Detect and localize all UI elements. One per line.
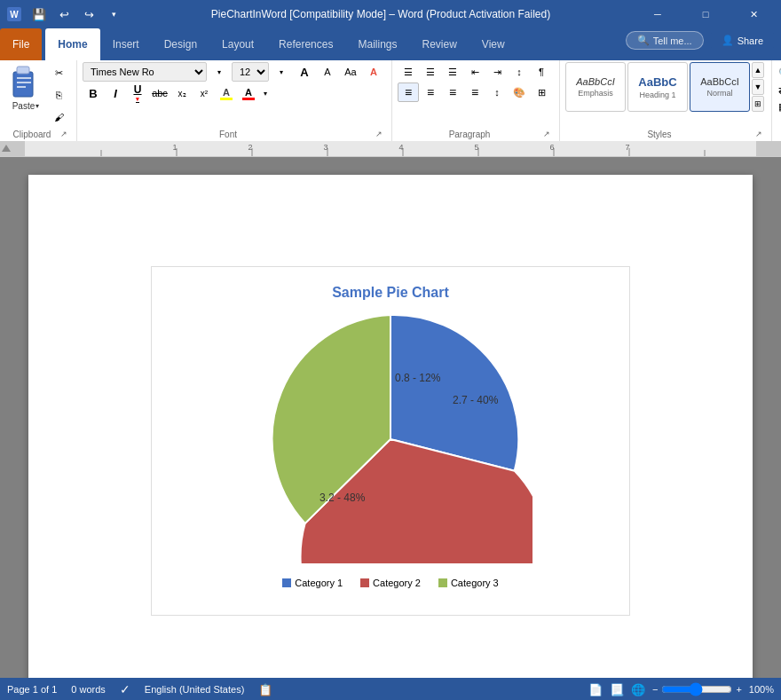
legend-box-cat3 [438, 578, 447, 587]
text-effects-button[interactable]: A [363, 62, 384, 82]
print-layout-icon[interactable]: 📃 [610, 683, 624, 696]
tab-references[interactable]: References [266, 28, 345, 60]
paragraph-expand-icon[interactable]: ↗ [541, 130, 552, 138]
strikethrough-button[interactable]: abc [149, 83, 170, 103]
copy-button[interactable]: ⎘ [48, 84, 69, 106]
clipboard-expand-icon[interactable]: ↗ [59, 130, 69, 138]
tab-layout[interactable]: Layout [209, 28, 266, 60]
select-button[interactable]: ▦ Select ▾ [773, 99, 781, 114]
zoom-range-input[interactable] [661, 682, 732, 696]
tab-view[interactable]: View [469, 28, 517, 60]
font-name-select[interactable]: Times New Ro [83, 62, 207, 82]
justify-button[interactable]: ≡ [464, 83, 485, 102]
increase-indent-button[interactable]: ⇥ [486, 62, 508, 82]
word-count[interactable]: 0 words [71, 684, 106, 695]
legend-label-cat2: Category 2 [373, 578, 421, 588]
svg-text:3: 3 [323, 143, 327, 152]
align-center-button[interactable]: ≡ [420, 83, 441, 102]
styles-scroll-down-button[interactable]: ▼ [752, 79, 764, 95]
proofing-icon[interactable]: ✓ [120, 682, 130, 696]
paste-icon [9, 64, 43, 101]
tab-home[interactable]: Home [45, 28, 99, 60]
font-expand-icon[interactable]: ↗ [374, 130, 384, 138]
italic-button[interactable]: I [105, 83, 126, 103]
tab-design[interactable]: Design [152, 28, 209, 60]
legend-label-cat3: Category 3 [451, 578, 499, 588]
paste-button[interactable]: Paste▾ [5, 62, 46, 113]
paragraph-controls: ☰ ☰ ☰ ⇤ ⇥ ↕ ¶ ≡ ≡ ≡ ≡ ↕ 🎨 ⊞ [398, 62, 552, 102]
clear-format-button[interactable]: Aa [340, 62, 361, 82]
status-bar-left: Page 1 of 1 0 words ✓ English (United St… [7, 682, 272, 696]
font-color-button[interactable]: A [238, 83, 259, 103]
customize-qa-button[interactable]: ▾ [103, 4, 124, 25]
font-color-expand-icon[interactable]: ▾ [260, 83, 271, 103]
decrease-indent-button[interactable]: ⇤ [464, 62, 485, 82]
decrease-font-button[interactable]: A [317, 62, 338, 82]
bullets-button[interactable]: ☰ [398, 62, 419, 82]
tab-insert[interactable]: Insert [100, 28, 152, 60]
superscript-button[interactable]: x² [193, 83, 215, 103]
style-heading1[interactable]: AaBbC Heading 1 [627, 62, 688, 112]
emphasis-preview: AaBbCcI [576, 76, 614, 87]
chart-title: Sample Pie Chart [187, 285, 594, 301]
chart-area: 2.7 - 40% 3.2 - 48% 0.8 - 12% [187, 315, 594, 563]
language-indicator[interactable]: English (United States) [145, 684, 245, 695]
track-changes-icon[interactable]: 📋 [258, 683, 272, 696]
style-emphasis[interactable]: AaBbCcI Emphasis [565, 62, 626, 112]
document-area[interactable]: Sample Pie Chart [0, 157, 781, 678]
underline-button[interactable]: U ▾ [127, 83, 148, 103]
sort-button[interactable]: ↕ [509, 62, 530, 82]
web-layout-icon[interactable]: 🌐 [631, 683, 645, 696]
chart-legend: Category 1 Category 2 Category 3 [187, 578, 594, 588]
status-bar: Page 1 of 1 0 words ✓ English (United St… [0, 678, 781, 700]
legend-item-cat1: Category 1 [282, 578, 343, 588]
font-name-expand-icon[interactable]: ▾ [209, 62, 230, 82]
redo-button[interactable]: ↪ [78, 4, 99, 25]
borders-button[interactable]: ⊞ [531, 83, 552, 102]
tab-mailings[interactable]: Mailings [345, 28, 409, 60]
text-highlight-button[interactable]: A [216, 83, 237, 103]
ribbon-group-styles: AaBbCcI Emphasis AaBbC Heading 1 AaBbCcI… [560, 60, 772, 141]
normal-name: Normal [706, 89, 732, 98]
style-normal[interactable]: AaBbCcI Normal [690, 62, 750, 112]
undo-button[interactable]: ↩ [53, 4, 75, 25]
format-painter-button[interactable]: 🖌 [48, 106, 69, 128]
page-indicator[interactable]: Page 1 of 1 [7, 684, 57, 695]
styles-expand-button[interactable]: ⊞ [752, 96, 764, 112]
normal-preview: AaBbCcI [700, 76, 738, 87]
styles-expand-icon[interactable]: ↗ [753, 130, 764, 138]
numbered-list-button[interactable]: ☰ [420, 62, 441, 82]
show-hide-button[interactable]: ¶ [531, 62, 552, 82]
align-right-button[interactable]: ≡ [442, 83, 463, 102]
read-mode-icon[interactable]: 📄 [588, 683, 603, 696]
clipboard-small-buttons: ✂ ⎘ 🖌 [48, 62, 69, 128]
save-button[interactable]: 💾 [28, 4, 50, 25]
align-left-button[interactable]: ≡ [398, 83, 419, 102]
shading-button[interactable]: 🎨 [509, 83, 530, 102]
share-button[interactable]: 👤 Share [711, 31, 774, 50]
paragraph-label-row: Paragraph ↗ [398, 128, 552, 139]
multilevel-list-button[interactable]: ☰ [442, 62, 463, 82]
svg-text:7: 7 [625, 143, 629, 152]
styles-scroll-up-button[interactable]: ▲ [752, 62, 764, 78]
font-size-expand-icon[interactable]: ▾ [271, 62, 292, 82]
zoom-in-icon[interactable]: + [736, 684, 741, 695]
tab-file[interactable]: File [0, 28, 42, 60]
subscript-button[interactable]: x₂ [171, 83, 193, 103]
bold-button[interactable]: B [83, 83, 104, 103]
zoom-out-icon[interactable]: − [652, 684, 658, 695]
replace-button[interactable]: ⇄ Replace [773, 83, 781, 98]
font-size-select[interactable]: 12 [232, 62, 269, 82]
cut-button[interactable]: ✂ [48, 62, 69, 83]
legend-item-cat3: Category 3 [438, 578, 499, 588]
ruler-area[interactable]: 1 2 3 4 5 6 7 [12, 141, 769, 156]
line-spacing-button[interactable]: ↕ [486, 83, 508, 102]
tell-me-input[interactable]: 🔍 Tell me... [626, 31, 704, 50]
find-button[interactable]: 🔍 Find ▾ [773, 66, 781, 81]
zoom-level[interactable]: 100% [749, 684, 774, 695]
paste-label: Paste▾ [12, 101, 40, 111]
tab-review[interactable]: Review [409, 28, 469, 60]
ribbon-tabs: File Home Insert Design Layout Reference… [0, 28, 781, 60]
increase-font-button[interactable]: A [294, 62, 315, 82]
document-page: Sample Pie Chart [28, 175, 753, 678]
